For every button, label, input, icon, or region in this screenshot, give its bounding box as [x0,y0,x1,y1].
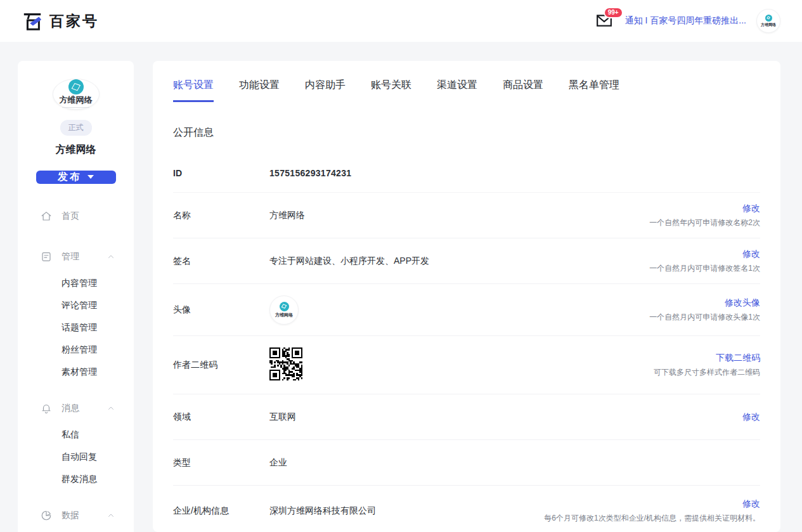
row-label-avatar: 头像 [173,304,269,316]
row-value-signature: 专注于网站建设、小程序开发、APP开发 [269,256,649,267]
tab-product-settings[interactable]: 商品设置 [503,79,543,102]
settings-row-qrcode: 作者二维码下载二维码可下载多尺寸多样式作者二维码 [173,336,760,394]
chevron-up-icon [107,253,115,261]
profile-avatar-thumbnail: 方维网络 [269,295,299,325]
qrcode-hint: 可下载多尺寸多样式作者二维码 [654,367,760,378]
row-value-domain: 互联网 [269,412,742,423]
row-label-type: 类型 [173,457,269,469]
sidebar-group-home: 首页 [18,200,134,232]
document-icon [41,251,52,263]
row-value-org-info: 深圳方维网络科技有限公司 [269,505,544,517]
sidebar-subitem-fans-manage[interactable]: 粉丝管理 [18,339,134,361]
tab-account-link[interactable]: 账号关联 [371,79,411,102]
profile-avatar[interactable]: 方维网络 [53,79,100,110]
domain-action-link[interactable]: 修改 [742,412,760,423]
logo-text: 百家号 [49,11,99,31]
settings-row-type: 类型企业 [173,440,760,486]
row-value-qrcode [269,347,654,382]
settings-row-id: ID1575156293174231 [173,153,760,193]
row-actions-qrcode: 下载二维码可下载多尺寸多样式作者二维码 [654,353,760,378]
sidebar-menu: 首页管理内容管理评论管理话题管理粉丝管理素材管理消息私信自动回复群发消息数据内容… [18,200,134,532]
sidebar-item-label: 数据 [61,510,79,521]
avatar-brand-text: 方维网络 [60,96,93,105]
row-value-name: 方维网络 [269,210,649,221]
tab-function-settings[interactable]: 功能设置 [239,79,280,102]
sidebar-subitem-comment-manage[interactable]: 评论管理 [18,295,134,317]
top-header: 百家号 99+ 通知 I 百家号四周年重磅推出... 方维网络 [0,0,802,42]
baijiahao-logo-icon [22,10,43,32]
signature-action-link[interactable]: 修改 [649,249,760,260]
avatar-hint: 一个自然月内可申请修改头像1次 [649,312,760,323]
settings-row-avatar: 头像方维网络修改头像一个自然月内可申请修改头像1次 [173,284,760,336]
settings-row-domain: 领域互联网修改 [173,394,760,440]
sidebar-item-data[interactable]: 数据 [18,500,134,531]
notifications-mail-button[interactable]: 99+ [596,13,615,29]
tab-content-assistant[interactable]: 内容助手 [305,79,346,102]
avatar-action-link[interactable]: 修改头像 [649,297,760,309]
sidebar-item-label: 管理 [61,251,79,263]
notification-link[interactable]: 通知 I 百家号四周年重磅推出... [625,15,746,27]
author-qr-code [269,347,302,380]
row-actions-signature: 修改一个自然月内可申请修改签名1次 [649,249,760,274]
sidebar-item-manage[interactable]: 管理 [18,241,134,273]
row-actions-name: 修改一个自然年内可申请修改名称2次 [649,203,760,228]
sidebar-item-label: 消息 [61,403,79,414]
sidebar-subitem-content-manage[interactable]: 内容管理 [18,273,134,295]
sidebar-group-data: 数据内容分析 [18,500,134,532]
tab-blacklist-manage[interactable]: 黑名单管理 [569,79,619,102]
profile-name: 方维网络 [56,143,96,157]
publish-button[interactable]: 发布 [36,171,116,184]
sidebar-subitem-mass-message[interactable]: 群发消息 [18,469,134,491]
row-label-org-info: 企业/机构信息 [173,505,269,517]
row-actions-org-info: 修改每6个月可修改1次类型和企业/机构信息，需提供相关证明材料。 [544,498,760,524]
sidebar-group-manage: 管理内容管理评论管理话题管理粉丝管理素材管理 [18,241,134,384]
settings-rows: ID1575156293174231名称方维网络修改一个自然年内可申请修改名称2… [173,153,760,532]
account-status-badge: 正式 [60,120,92,136]
avatar-subtext-decoration [62,107,89,109]
sidebar: 方维网络 正式 方维网络 发布 首页管理内容管理评论管理话题管理粉丝管理素材管理… [18,61,134,532]
row-label-name: 名称 [173,210,269,221]
home-icon [41,211,52,222]
avatar-brand-text: 方维网络 [275,313,293,318]
row-actions-domain: 修改 [742,412,760,423]
row-label-domain: 领域 [173,412,269,423]
sidebar-item-messages[interactable]: 消息 [18,393,134,424]
notification-badge: 99+ [604,7,623,18]
row-label-qrcode: 作者二维码 [173,360,269,371]
row-label-signature: 签名 [173,256,269,267]
row-value-id: 1575156293174231 [269,168,760,178]
sidebar-subitem-private-message[interactable]: 私信 [18,424,134,446]
settings-row-org-info: 企业/机构信息深圳方维网络科技有限公司修改每6个月可修改1次类型和企业/机构信息… [173,486,760,532]
row-value-type: 企业 [269,457,760,469]
row-actions-avatar: 修改头像一个自然月内可申请修改头像1次 [649,297,760,323]
sidebar-subitem-material-manage[interactable]: 素材管理 [18,361,134,384]
user-avatar[interactable]: 方维网络 [756,9,780,33]
row-value-avatar: 方维网络 [269,295,649,325]
avatar-brand-dot-icon [765,15,772,22]
sidebar-subitem-topic-manage[interactable]: 话题管理 [18,317,134,339]
settings-tabs: 账号设置功能设置内容助手账号关联渠道设置商品设置黑名单管理 [173,79,760,102]
sidebar-subitem-auto-reply[interactable]: 自动回复 [18,446,134,469]
qrcode-action-link[interactable]: 下载二维码 [654,353,760,364]
org-info-action-link[interactable]: 修改 [544,498,760,510]
avatar-brand-dot-icon [280,302,289,311]
header-right: 99+ 通知 I 百家号四周年重磅推出... 方维网络 [596,9,780,33]
caret-down-icon [87,175,94,179]
settings-row-name: 名称方维网络修改一个自然年内可申请修改名称2次 [173,193,760,238]
tab-channel-settings[interactable]: 渠道设置 [437,79,477,102]
settings-row-signature: 签名专注于网站建设、小程序开发、APP开发修改一个自然月内可申请修改签名1次 [173,238,760,284]
main-panel: 账号设置功能设置内容助手账号关联渠道设置商品设置黑名单管理 公开信息 ID157… [153,61,780,532]
tab-account-settings[interactable]: 账号设置 [173,79,214,102]
signature-hint: 一个自然月内可申请修改签名1次 [649,263,760,274]
sidebar-item-label: 首页 [61,211,79,222]
name-hint: 一个自然年内可申请修改名称2次 [649,217,760,228]
avatar-brand-text: 方维网络 [761,23,776,27]
sidebar-item-home[interactable]: 首页 [18,200,134,232]
chevron-up-icon [107,405,115,412]
bell-icon [41,403,52,414]
row-label-id: ID [173,168,269,178]
name-action-link[interactable]: 修改 [649,203,760,214]
org-info-hint: 每6个月可修改1次类型和企业/机构信息，需提供相关证明材料。 [544,513,760,524]
sidebar-group-messages: 消息私信自动回复群发消息 [18,393,134,491]
logo[interactable]: 百家号 [22,10,99,32]
